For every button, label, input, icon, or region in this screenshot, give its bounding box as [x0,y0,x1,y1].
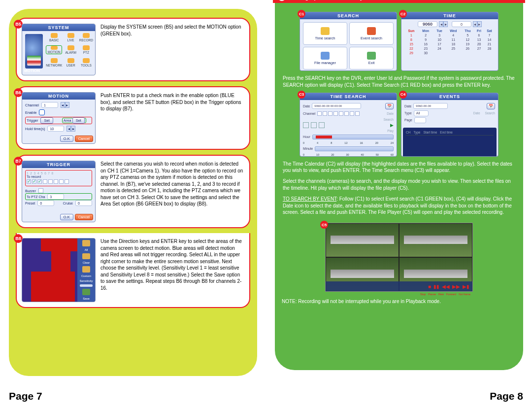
system-icon-grid: BASIC LIVE RECORD MOTION ALARM PTZ NETWO… [46,33,93,69]
time-search-item: Time search [303,22,347,45]
events-list: CHTypeStart timeEnd time [403,128,497,157]
para-c1: Press the SEARCH key on the DVR, enter U… [283,75,515,89]
calendar-table: SunMonTueWedThuFriSat 1234567 8910111213… [404,29,495,55]
b6-text: Push ENTER to put a check mark in the en… [100,92,244,112]
motion-icon: MOTION [46,45,62,54]
screenshot-time-search: TIME SEARCH Date9060-00-00 00:00:00📅 Cha… [299,93,397,157]
enable-checkbox [39,109,45,115]
rew-icon: ◀◀ [442,284,450,289]
buzzer-checkbox [38,188,43,193]
section-c-circle: C [278,0,286,1]
motion-side-panel: All Clear Custom Sensitivity Save [77,239,95,302]
channel-field: 1 [41,102,58,108]
screenshot-events: EVENTS Date9060-00-00📅 TypeAllDate Searc… [401,93,499,157]
date-icon: 📅 [385,103,394,109]
basic-icon: BASIC [46,33,62,42]
screenshot-motion-grid: All Clear Custom Sensitivity Save [22,238,96,302]
section-c-title: Setting up the DVR to Playback Files [289,0,392,0]
area-set-button: Set [72,117,85,124]
play-icon: ▶ [390,123,394,128]
step-b8: B8 All Clear Custom Sensitivity Save Use… [16,233,250,308]
player-controls: ■ ▮▮ ◀◀ ▶▶ ▶▮ [326,281,472,291]
cancel-button: Cancel [75,214,93,220]
stop-icon: ■ [428,284,431,289]
pause-icon: ▮▮ [433,284,439,289]
cancel-button: Cancel [75,136,93,142]
system-title: SYSTEM [22,24,95,31]
date-icon: 📅 [487,103,495,109]
step-b7: B7 TRIGGER 1 2 3 4 5 6 7 8 To record Buz… [16,155,250,228]
page-number-left: Page 7 [9,390,42,402]
screenshot-time-cal: TIME 9060◂▸ 0◂▸ SunMonTueWedThuFriSat 12… [401,12,499,71]
custom-icon [82,266,90,273]
badge-c2: C2 [399,10,407,18]
screenshot-search: SEARCH Time search Event search File man… [299,12,397,71]
fwd-icon: ▶▶ [452,284,460,289]
para-c4: TO SEARCH BY EVENTTO SEARCH BY EVENT: Fo… [283,196,515,216]
step-b5: B5 SYSTEM BASIC LIVE RECORD MOTION ALARM… [16,18,250,81]
ptz-icon: PTZ [79,45,93,54]
clear-icon [82,253,90,260]
page-number-right: Page 8 [490,390,523,402]
sensitivity-slider [80,284,93,287]
exit-icon [367,52,376,60]
b8-text: Use the Direction keys and ENTER key to … [100,238,244,291]
motion-label: MOTION [24,68,40,73]
ok-button: O.K [60,214,73,220]
badge-c1: C1 [298,10,305,18]
system-preview-graphic [25,34,43,68]
live-icon: LIVE [65,33,76,42]
tools-icon: TOOLS [79,58,93,67]
alarm-icon: ALARM [65,45,76,54]
para-c3: Select the channels (cameras) to search,… [283,178,515,192]
all-icon [82,240,90,246]
save-icon [82,289,90,295]
file-manager-item: File manager [303,47,347,69]
b7-text: Select the cameras you wish to record wh… [100,161,244,207]
badge-c3: C3 [298,91,305,99]
badge-c4: C4 [399,91,407,99]
screenshot-trigger: TRIGGER 1 2 3 4 5 6 7 8 To record Buzzer… [22,161,96,222]
trigger-set-button: Set [40,117,53,124]
event-search-item: Event search [349,22,394,45]
record-channel-checks [27,179,91,184]
b5-text: Display the SYSTEM screen (B5) and selec… [100,24,244,37]
motion-title: MOTION [22,93,95,100]
network-icon: NETWORK [46,58,62,67]
exit-item: Exit [349,47,394,69]
folder-icon [321,52,330,60]
screenshot-system: SYSTEM BASIC LIVE RECORD MOTION ALARM PT… [22,24,96,75]
para-c2: The Time Calendar (C2) will display (the… [283,161,515,174]
record-icon: RECORD [79,33,93,42]
step-b6: B6 MOTION Channel1◂▸ Enable TriggerSetAr… [16,86,250,150]
holdtime-field: 10 [47,126,64,132]
event-icon [367,27,376,35]
user-icon: USER [65,58,76,67]
playback-note: NOTE: Recording will not be interrupted … [282,299,516,304]
ok-button: O.K [60,136,73,142]
screenshot-motion: MOTION Channel1◂▸ Enable TriggerSetArea … [22,92,96,144]
clock-icon [321,27,330,35]
next-frame-icon: ▶▮ [463,284,469,289]
trigger-title: TRIGGER [22,161,95,168]
screenshot-file-player: ■ ▮▮ ◀◀ ▶▶ ▶▮ StopPauseRewForwardNxt fra… [325,223,473,292]
